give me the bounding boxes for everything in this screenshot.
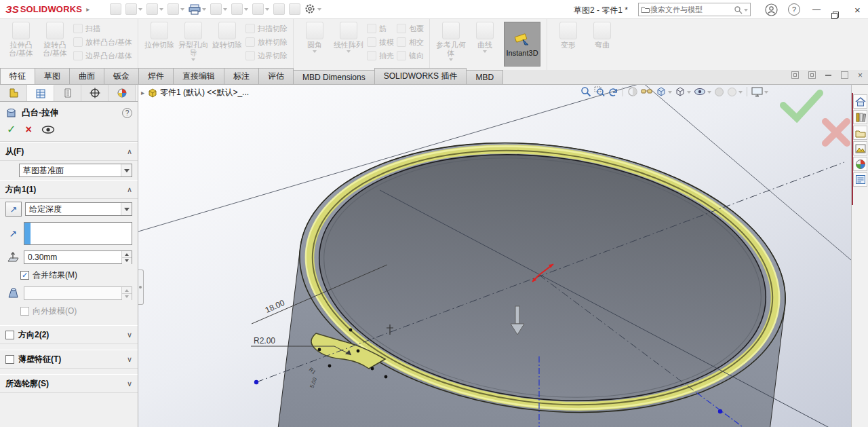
- tab-direct-editing[interactable]: 直接编辑: [173, 68, 224, 84]
- spinner-down-icon[interactable]: [122, 257, 132, 264]
- file-properties-button[interactable]: [288, 2, 302, 17]
- linear-pattern-button[interactable]: 线性阵列: [333, 22, 364, 55]
- chevron-down-icon[interactable]: ∨: [127, 331, 132, 339]
- edit-appearance-button[interactable]: [714, 87, 724, 97]
- sketch-endpoint-blue-1[interactable]: [254, 380, 258, 384]
- swept-cut-button[interactable]: 扫描切除: [245, 22, 288, 35]
- revolved-boss-button[interactable]: 旋转凸台/基体: [39, 22, 71, 57]
- section-from[interactable]: 从(F) ∧: [0, 142, 138, 161]
- tab-mbd[interactable]: MBD: [466, 70, 503, 84]
- rib-button[interactable]: 筋: [367, 22, 394, 35]
- fillet-button[interactable]: 圆角: [299, 22, 330, 55]
- minimize-button[interactable]: —: [807, 0, 826, 19]
- save-button[interactable]: [166, 2, 186, 17]
- tab-solidworks-addins[interactable]: SOLIDWORKS 插件: [374, 68, 467, 84]
- sketch-endpoint-blue-2[interactable]: [718, 409, 722, 413]
- section-direction2[interactable]: 方向2(2) ∨: [0, 325, 138, 344]
- document-minimize-icon[interactable]: [825, 75, 831, 76]
- tab-weldments[interactable]: 焊件: [138, 68, 174, 84]
- lofted-boss-button[interactable]: 放样凸台/基体: [73, 35, 132, 49]
- close-button[interactable]: ×: [849, 0, 866, 19]
- new-document-button[interactable]: [124, 2, 144, 17]
- solidworks-resources-button[interactable]: [853, 94, 867, 109]
- search-icon[interactable]: [734, 5, 743, 14]
- view-orientation-button[interactable]: [656, 86, 672, 97]
- appearances-scenes-button[interactable]: [853, 157, 867, 171]
- feature-tree-root[interactable]: ▸ 零件1 (默认) <<默认>_...: [141, 87, 249, 98]
- reverse-direction-button[interactable]: ↗: [5, 202, 22, 217]
- view-settings-button[interactable]: [751, 87, 768, 97]
- intersect-button[interactable]: 相交: [397, 35, 424, 49]
- tab-mbd-dimensions[interactable]: MBD Dimensions: [293, 70, 375, 84]
- zoom-to-fit-button[interactable]: [580, 86, 591, 97]
- draft-button[interactable]: 拔模: [367, 35, 394, 49]
- tab-displaymanager[interactable]: [108, 85, 136, 101]
- file-explorer-button[interactable]: [853, 126, 867, 140]
- tab-annotation[interactable]: 标注: [224, 68, 259, 84]
- dropdown-arrow-icon[interactable]: [121, 164, 132, 177]
- boundary-cut-button[interactable]: 边界切除: [245, 49, 288, 62]
- task-pane-close-icon[interactable]: ×: [858, 72, 863, 79]
- hole-wizard-button[interactable]: 异型孔向导: [178, 22, 209, 63]
- tab-featuremanager-tree[interactable]: [0, 85, 27, 101]
- tab-features[interactable]: 特征: [0, 68, 35, 84]
- end-condition-select[interactable]: 给定深度: [25, 202, 132, 216]
- document-window-button-1-icon[interactable]: [791, 71, 799, 79]
- help-button[interactable]: ?: [788, 0, 800, 19]
- merge-result-checkbox[interactable]: ✓: [20, 271, 29, 280]
- redo-button[interactable]: [230, 2, 250, 17]
- solidworks-logo[interactable]: ЗS SOLIDWORKS ▸: [0, 3, 96, 15]
- ok-button[interactable]: ✓: [7, 123, 16, 136]
- chevron-up-icon[interactable]: ∧: [127, 147, 132, 156]
- lofted-cut-button[interactable]: 放样切除: [245, 35, 288, 49]
- tree-expander-icon[interactable]: ▸: [141, 89, 144, 96]
- undo-button[interactable]: [209, 2, 229, 17]
- account-button[interactable]: [765, 0, 778, 19]
- section-view-button[interactable]: [627, 86, 638, 97]
- rebuild-button[interactable]: [272, 2, 286, 17]
- direction2-checkbox[interactable]: [5, 331, 14, 339]
- chevron-up-icon[interactable]: ∧: [127, 185, 132, 194]
- depth-spinner[interactable]: 0.30mm: [24, 250, 132, 264]
- curves-button[interactable]: 曲线: [469, 22, 500, 55]
- tab-configurationmanager[interactable]: [54, 85, 81, 101]
- apply-scene-button[interactable]: [727, 87, 743, 97]
- document-window-button-2-icon[interactable]: [808, 71, 816, 79]
- shell-button[interactable]: 抽壳: [367, 49, 394, 62]
- cancel-button[interactable]: ×: [25, 124, 31, 136]
- tab-sheet-metal[interactable]: 钣金: [104, 68, 139, 84]
- open-button[interactable]: [145, 2, 165, 17]
- feature-tree-root-label[interactable]: 零件1 (默认) <<默认>_...: [160, 87, 249, 98]
- boundary-boss-button[interactable]: 边界凸台/基体: [73, 49, 132, 62]
- tab-evaluate[interactable]: 评估: [258, 68, 294, 84]
- flex-button[interactable]: 弯曲: [587, 22, 618, 49]
- start-condition-select[interactable]: 草图基准面: [19, 164, 132, 177]
- help-icon[interactable]: ?: [122, 108, 132, 118]
- previous-view-button[interactable]: [608, 86, 618, 97]
- tab-surfaces[interactable]: 曲面: [69, 68, 104, 84]
- search-input[interactable]: [650, 5, 734, 14]
- wrap-button[interactable]: 包覆: [397, 22, 424, 35]
- select-button[interactable]: [251, 2, 271, 17]
- options-button[interactable]: [303, 2, 323, 17]
- instant3d-button[interactable]: Instant3D: [504, 22, 540, 67]
- section-thin-feature[interactable]: 薄壁特征(T) ∨: [0, 350, 138, 369]
- view-palette-button[interactable]: [853, 141, 867, 155]
- chevron-down-icon[interactable]: ∨: [127, 379, 132, 388]
- dropdown-arrow-icon[interactable]: [121, 203, 132, 215]
- direction-reference-box[interactable]: [24, 222, 132, 245]
- chevron-down-icon[interactable]: ∨: [127, 355, 132, 364]
- mirror-button[interactable]: 镜向: [397, 49, 424, 62]
- swept-boss-button[interactable]: 扫描: [73, 22, 132, 35]
- dimension-r2[interactable]: R2.00: [254, 336, 275, 346]
- display-style-button[interactable]: [675, 86, 691, 97]
- section-direction1[interactable]: 方向1(1) ∧: [0, 180, 138, 199]
- panel-collapse-handle[interactable]: [138, 270, 144, 305]
- extruded-cut-button[interactable]: 拉伸切除: [144, 22, 175, 49]
- chevron-down-icon[interactable]: [744, 9, 748, 14]
- home-button[interactable]: [108, 2, 123, 17]
- print-button[interactable]: [187, 2, 208, 17]
- menu-flyout-icon[interactable]: ▸: [86, 5, 90, 13]
- revolved-cut-button[interactable]: 旋转切除: [212, 22, 243, 49]
- search-box[interactable]: [638, 3, 751, 16]
